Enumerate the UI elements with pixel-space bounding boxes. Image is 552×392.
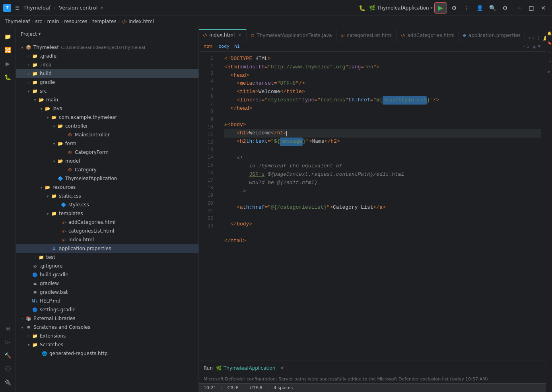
fold-down-icon[interactable]: ▼ (538, 44, 541, 49)
close-button[interactable]: ✕ (538, 2, 549, 14)
breadcrumb-templates[interactable]: templates (92, 19, 116, 24)
tree-item-scratches[interactable]: ▾ 📁 Scratches (16, 340, 198, 349)
run-label: Run (204, 365, 213, 371)
notifications-icon[interactable]: 🔔 (543, 35, 546, 41)
tree-item-help[interactable]: M↓ HELP.md (16, 297, 198, 305)
tree-item-categoryform[interactable]: © CategoryForm (16, 148, 198, 157)
search-icon[interactable]: 🔍 (487, 2, 498, 14)
breadcrumb-src[interactable]: src (35, 19, 42, 24)
breadcrumb-resources[interactable]: resources (64, 19, 87, 24)
breadcrumb-thymeleaf[interactable]: Thymeleaf (5, 19, 30, 24)
status-encoding[interactable]: UTF-8 (248, 385, 264, 390)
minimize-button[interactable]: ─ (514, 2, 525, 14)
tree-item-settings-gradle[interactable]: 🔵 settings.gradle (16, 305, 198, 314)
tree-item-templates[interactable]: ▾ 📁 templates (16, 209, 198, 218)
run-config-tab[interactable]: 🌿 ThymeleafApplication ✕ (216, 365, 284, 371)
tab-index-html[interactable]: ‹/› index.html ✕ (199, 29, 247, 41)
tree-item-scratches-consoles[interactable]: ▾ ≡ Scratches and Consoles (16, 323, 198, 332)
tab-add-categories[interactable]: ‹/› addCategories.html (397, 29, 459, 41)
tabs-more[interactable]: ⋮ (536, 35, 541, 41)
tree-item-build-gradle[interactable]: 🔵 build.gradle (16, 270, 198, 279)
tree-item-resources[interactable]: ▾ 📂 resources (16, 183, 198, 192)
settings2-icon[interactable]: ⚙ (500, 2, 511, 14)
sidebar-play-icon[interactable]: ▷ (2, 336, 14, 348)
root-path: C:\Users\levan\IdeaProjects\Thymeleaf (61, 45, 145, 50)
right-git-icon[interactable]: ⎇ (546, 59, 552, 65)
tree-item-gradlew[interactable]: ≡ gradlew (16, 279, 198, 288)
run-config-label[interactable]: 🌿 ThymeleafApplication ▾ (369, 2, 433, 14)
tree-item-thymeleafapp[interactable]: 🔷 ThymeleafApplication (16, 174, 198, 183)
tab-thymeleaf-tests[interactable]: © ThymeleafApplicationTests.java (247, 29, 336, 41)
sidebar-debug-icon[interactable]: 🐛 (2, 71, 14, 83)
sidebar-plug-icon[interactable]: 🔌 (2, 376, 14, 389)
tree-item-src[interactable]: ▾ 📁 src (16, 87, 198, 95)
run-button[interactable]: ▶ (434, 2, 447, 14)
tree-item-com[interactable]: ▾ 📂 com.example.thymeleaf (16, 113, 198, 122)
tree-item-java[interactable]: ▾ 📂 java (16, 104, 198, 113)
version-control-dropdown[interactable]: Version control (59, 5, 97, 11)
tree-item-form[interactable]: ▾ 📂 form (16, 139, 198, 148)
code-content[interactable]: <!DOCTYPE HTML> <html xmlns:th="http://w… (218, 52, 541, 361)
tree-item-controller[interactable]: ▾ 📂 controller (16, 122, 198, 130)
tree-item-ext-libs[interactable]: › 📚 External Libraries (16, 314, 198, 323)
tree-item-gradlew-bat[interactable]: ≡ gradlew.bat (16, 288, 198, 297)
tab-html-icon: ‹/› (203, 33, 207, 37)
run-tab-close[interactable]: ✕ (280, 365, 284, 371)
eb-html[interactable]: html (204, 44, 214, 49)
tree-item-main[interactable]: ▾ 📂 main (16, 95, 198, 104)
tree-item-idea[interactable]: › 📁 .idea (16, 60, 198, 69)
tree-item-categorieslist[interactable]: ‹/› categoriesList.html (16, 227, 198, 235)
tree-item-static-css[interactable]: ▾ 📁 static.css (16, 192, 198, 200)
help-label: HELP.md (40, 298, 60, 304)
sidebar-terminal-icon[interactable]: ⊞ (2, 322, 14, 335)
debug-config-icon[interactable]: 🐛 (356, 2, 367, 14)
tree-item-gitignore[interactable]: ⊘ .gitignore (16, 262, 198, 270)
tree-item-generated-requests[interactable]: 🌐 generated-requests.http (16, 349, 198, 358)
account-icon[interactable]: 👤 (474, 2, 485, 14)
sidebar-build-icon[interactable]: 🔨 (2, 349, 14, 362)
tree-item-gradle2[interactable]: › 📁 gradle (16, 78, 198, 87)
tab-addcat-icon: ‹/› (401, 33, 405, 38)
right-notifications-icon[interactable]: 🔔 (546, 30, 552, 37)
tree-item-extensions[interactable]: › 📁 Extensions (16, 332, 198, 340)
code-editor[interactable]: 12345 678910 1112131415 1617181920 21222… (199, 52, 546, 361)
tabs-chevron-left[interactable]: ‹ (528, 35, 531, 41)
tree-item-model[interactable]: ▾ 📂 model (16, 157, 198, 165)
sidebar-git-icon[interactable]: 🔀 (2, 44, 14, 56)
tree-item-gradle[interactable]: › 📁 .gradle (16, 52, 198, 60)
tab-categories-list[interactable]: ‹/› categoriesList.html (336, 29, 397, 41)
eb-h1[interactable]: h1 (234, 44, 240, 49)
sidebar-project-icon[interactable]: 📁 (2, 30, 14, 43)
fold-up-icon[interactable]: ▲ (533, 44, 536, 49)
com-arrow: ▾ (45, 115, 51, 120)
tree-item-style-css[interactable]: 🔷 style.css (16, 200, 198, 209)
tab-index-close[interactable]: ✕ (237, 32, 242, 38)
status-position[interactable]: 10:21 (202, 385, 218, 390)
tree-item-app-props[interactable]: ⚙ application.properties (16, 244, 198, 253)
tree-item-index[interactable]: ‹/› index.html (16, 235, 198, 244)
tree-item-build[interactable]: › 📁 build (16, 69, 198, 78)
tree-item-maincontroller[interactable]: © MainController (16, 130, 198, 139)
tab-app-properties[interactable]: ⚙ application.properties (459, 29, 525, 41)
tree-item-addcategories[interactable]: ‹/› addCategories.html (16, 218, 198, 227)
status-indent[interactable]: 4 spaces (272, 385, 295, 390)
eb-body[interactable]: body (218, 44, 229, 49)
maximize-button[interactable]: □ (526, 2, 537, 14)
settings-icon[interactable]: ⚙ (449, 2, 460, 14)
tree-item-category[interactable]: © Category (16, 165, 198, 174)
sidebar-run-icon[interactable]: ▶ (2, 57, 14, 70)
tree-item-test[interactable]: › 📁 test (16, 253, 198, 262)
right-run-icon[interactable]: ▶ (546, 68, 552, 75)
tree-root[interactable]: ▾ 📦 Thymeleaf C:\Users\levan\IdeaProject… (16, 43, 198, 52)
tabs-chevron-right[interactable]: › (532, 35, 535, 41)
breadcrumb-index-html[interactable]: index.html (128, 19, 154, 24)
props-label: application.properties (59, 246, 111, 251)
hamburger-menu[interactable]: ☰ (14, 4, 21, 12)
breadcrumb-main[interactable]: main (47, 19, 59, 24)
sidebar-info-icon[interactable]: ⓘ (2, 363, 14, 375)
more-options-icon[interactable]: ⋮ (461, 2, 472, 14)
status-crlf[interactable]: CRLF (226, 385, 240, 390)
project-chevron[interactable]: ▾ (39, 32, 41, 36)
right-structure-icon[interactable]: ≡ (546, 49, 552, 56)
right-bookmark-icon[interactable]: 🔖 (546, 40, 552, 46)
